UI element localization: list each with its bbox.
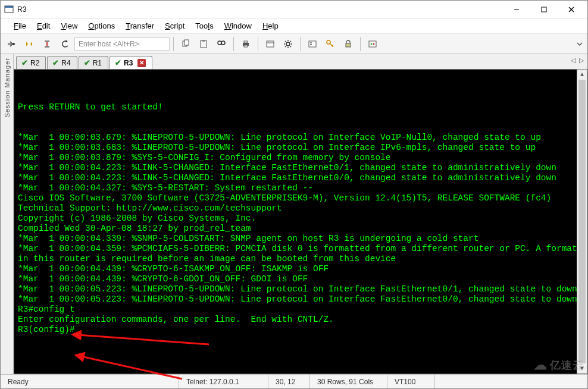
svg-point-21 [286,42,290,46]
menu-view[interactable]: View [61,21,77,30]
status-dimensions: 30 Rows, 91 Cols [310,375,387,388]
copy-icon[interactable] [177,36,194,52]
scroll-up-icon[interactable]: ▲ [577,70,587,80]
terminal-line: Cisco IOS Software, 3700 Software (C3725… [18,193,584,203]
tab-r3[interactable]: ✔R3✕ [110,56,152,69]
toolbar-separator [233,37,234,51]
svg-rect-18 [267,41,274,47]
key-icon[interactable] [322,36,339,52]
svg-rect-23 [310,42,312,43]
terminal-line: *Mar 1 00:00:04.327: %SYS-5-RESTART: Sys… [18,183,584,193]
svg-rect-17 [244,45,248,47]
terminal-line: R3(config)# [18,325,584,335]
status-bar: Ready Telnet: 127.0.0.1 30, 12 30 Rows, … [1,374,587,388]
svg-rect-24 [310,44,312,45]
host-placeholder: Enter host <Alt+R> [79,40,139,48]
terminal-line: Enter configuration commands, one per li… [18,315,584,325]
settings-icon[interactable] [280,36,296,52]
toolbar-separator [300,37,301,51]
tabs-next-icon[interactable]: ▷ [579,57,584,64]
svg-rect-11 [202,40,205,42]
menu-transfer[interactable]: Transfer [126,21,154,30]
terminal-line: *Mar 1 00:00:03.683: %LINEPROTO-5-UPDOWN… [18,143,584,153]
paste-icon[interactable] [195,36,212,52]
terminal-line [18,123,584,133]
menu-bar: File Edit View Options Transfer Script T… [1,18,587,34]
xyz-icon[interactable] [364,36,381,52]
disconnect-icon[interactable] [39,36,55,52]
status-ready: Ready [1,375,179,388]
watermark: ☁ 亿速云 [534,357,584,373]
maximize-button[interactable] [530,1,558,18]
status-connection: Telnet: 127.0.0.1 [179,375,268,388]
menu-edit[interactable]: Edit [37,21,50,30]
lock-icon[interactable] [340,36,356,52]
menu-options[interactable]: Options [88,21,115,30]
find-icon[interactable] [213,36,230,52]
toolbar-options-icon[interactable] [574,36,585,52]
close-tab-icon[interactable]: ✕ [137,59,146,67]
svg-point-31 [373,43,375,45]
terminal-line: *Mar 1 00:00:05.223: %LINEPROTO-5-UPDOWN… [18,294,584,305]
host-input[interactable]: Enter host <Alt+R> [74,37,170,51]
svg-point-13 [221,41,225,45]
toolbar: Enter host <Alt+R> [1,34,587,54]
terminal-line: Copyright (c) 1986-2008 by Cisco Systems… [18,214,584,224]
terminal-line: *Mar 1 00:00:05.223: %LINEPROTO-5-UPDOWN… [18,284,584,294]
menu-tools[interactable]: Tools [195,21,213,30]
quick-connect-icon[interactable] [3,36,20,52]
sidebar-label: Session Manager [4,58,11,118]
window-title: R3 [17,5,26,14]
scroll-thumb[interactable] [578,80,586,363]
check-icon: ✔ [52,58,59,67]
terminal-line: *Mar 1 00:00:04.439: %CRYPTO-6-GDOI_ON_O… [18,274,584,284]
menu-script[interactable]: Script [165,21,184,30]
cloud-icon: ☁ [534,357,548,373]
svg-rect-9 [184,40,189,45]
tab-r1[interactable]: ✔R1 [79,56,108,69]
close-button[interactable] [558,1,585,18]
terminal-line: *Mar 1 00:00:03.879: %SYS-5-CONFIG_I: Co… [18,153,584,163]
menu-help[interactable]: Help [262,21,279,30]
menu-file[interactable]: File [14,21,26,30]
terminal-line: R3#config t [18,305,584,315]
tabs-prev-icon[interactable]: ◁ [571,57,576,64]
svg-rect-16 [244,41,248,43]
svg-rect-29 [369,41,376,47]
svg-rect-22 [309,41,316,47]
check-icon: ✔ [84,58,90,67]
minimize-button[interactable] [503,1,530,18]
session-options-icon[interactable] [304,36,321,52]
toolbar-separator [258,37,258,51]
svg-point-6 [12,43,15,45]
properties-icon[interactable] [262,36,279,52]
vertical-scrollbar[interactable]: ▲ ▼ [577,70,587,374]
svg-rect-3 [542,7,546,12]
check-icon: ✔ [115,58,121,67]
menu-window[interactable]: Window [224,21,252,30]
status-term-type: VT100 [387,375,435,388]
terminal-line: Compiled Wed 30-Apr-08 18:27 by prod_rel… [18,224,584,234]
terminal-line [18,112,584,123]
tabs-nav: ◁ ▷ [571,57,584,64]
reconnect-icon[interactable] [21,36,37,52]
terminal-output[interactable]: Press RETURN to get started! *Mar 1 00:0… [14,70,587,374]
session-manager-sidebar[interactable]: Session Manager [1,54,14,374]
svg-point-20 [268,41,269,42]
terminal-line: *Mar 1 00:00:04.359: %PCMCIAFS-5-DIBERR:… [18,244,584,264]
status-cursor-pos: 30, 12 [268,375,310,388]
tab-r4[interactable]: ✔R4 [47,56,77,69]
reconnect-all-icon[interactable] [57,36,73,52]
svg-line-27 [332,45,333,46]
print-icon[interactable] [237,36,254,52]
svg-point-12 [218,41,221,45]
terminal-line: *Mar 1 00:00:04.223: %LINK-5-CHANGED: In… [18,173,584,183]
tab-r2[interactable]: ✔R2 [16,56,46,69]
terminal-line: Technical Support: http://www.cisco.com/… [18,203,584,214]
scroll-track[interactable] [577,80,587,363]
svg-point-30 [371,43,373,45]
title-bar: R3 [1,1,587,18]
terminal-line: *Mar 1 00:00:03.679: %LINEPROTO-5-UPDOWN… [18,133,584,143]
toolbar-separator [360,37,361,51]
session-tabs: ✔R2 ✔R4 ✔R1 ✔R3✕ ◁ ▷ [14,54,587,70]
